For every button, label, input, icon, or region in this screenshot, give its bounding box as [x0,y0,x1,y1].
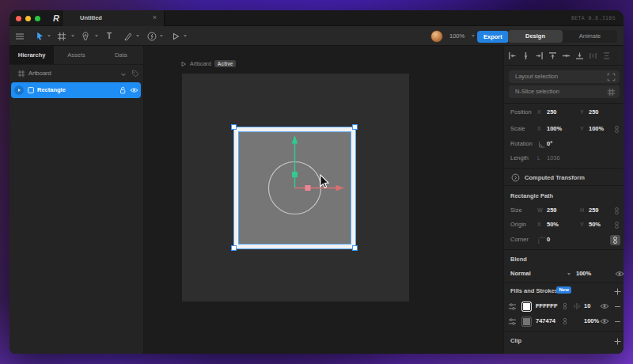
minimize-window-button[interactable] [25,16,31,21]
tab-animate[interactable]: Animate [563,30,617,43]
play-tool-caret-icon[interactable] [184,35,187,37]
artboard-name-label[interactable]: Artboard [190,61,211,66]
tree-item-label: Rectangle [37,82,66,98]
selection-handle-top-left[interactable] [231,124,237,130]
user-avatar[interactable] [430,30,443,43]
close-window-button[interactable] [16,16,21,21]
layout-selection-button[interactable]: Layout selection [509,70,620,83]
align-horizontal-center-icon[interactable] [521,51,530,60]
lock-icon[interactable] [119,86,127,94]
corner-input[interactable]: 0 [547,234,550,245]
add-fill-icon[interactable] [613,287,622,296]
file-tab[interactable]: Untitled × [62,10,165,26]
eye-icon[interactable] [600,303,609,309]
tab-assets[interactable]: Assets [54,46,98,64]
tab-data[interactable]: Data [99,46,143,64]
selected-rectangle-shape[interactable] [234,127,355,248]
align-right-icon[interactable] [535,51,544,60]
tree-item-artboard[interactable]: Artboard [9,65,143,82]
text-tool-icon[interactable]: T [107,26,112,46]
distribute-vertical-icon[interactable] [602,51,611,60]
titlebar: R Untitled × BETA 0.8.3105 [9,10,624,26]
mixer-icon[interactable] [508,302,517,311]
rotation-label: Rotation [510,138,533,150]
length-value: 1036 [547,153,560,164]
canvas-viewport[interactable]: Artboard Active [144,46,503,354]
h-axis-label: H [580,205,584,216]
fill-row[interactable]: 747474 100% [504,316,624,327]
align-vertical-center-icon[interactable] [562,51,570,60]
align-top-icon[interactable] [548,51,557,60]
align-left-icon[interactable] [508,51,517,60]
remove-fill-icon[interactable] [613,317,622,326]
select-tool-caret-icon[interactable] [47,35,51,37]
fills-strokes-header: Fills and Strokes New [504,286,624,297]
play-tool-icon[interactable] [171,32,180,41]
fill-color-swatch[interactable] [521,317,532,327]
zoom-level-control[interactable]: 100% [449,26,464,46]
link-icon[interactable] [561,302,569,310]
eye-icon[interactable] [600,318,609,324]
stroke-row[interactable]: FFFFFF 10 [504,301,624,312]
zoom-window-button[interactable] [35,16,40,21]
stroke-width-input[interactable]: 10 [584,301,590,312]
add-clip-icon[interactable] [613,337,622,346]
knife-tool-icon[interactable] [123,32,133,41]
y-axis-label: Y [580,107,584,118]
tree-item-rectangle-selected[interactable]: Rectangle [11,82,141,98]
stroke-color-swatch[interactable] [521,301,532,312]
artboard-header[interactable]: Artboard Active [180,59,236,68]
eye-icon[interactable] [615,271,624,277]
selection-handle-top-right[interactable] [352,124,358,130]
play-artboard-icon[interactable] [180,61,187,67]
export-button[interactable]: Export [477,31,509,43]
pen-tool-caret-icon[interactable] [95,35,98,37]
artboard-tool-caret-icon[interactable] [71,35,74,37]
events-tool-caret-icon[interactable] [160,35,163,37]
disclosure-icon[interactable] [14,85,24,95]
blend-opacity-input[interactable]: 100% [576,268,591,279]
size-w-input[interactable]: 259 [547,205,557,216]
fill-hex-value[interactable]: 747474 [536,316,555,327]
fill-opacity-input[interactable]: 100% [584,316,599,327]
select-tool-icon[interactable] [35,32,44,41]
blend-mode-dropdown[interactable]: Normal [510,268,531,279]
tab-design[interactable]: Design [508,30,563,43]
stroke-hex-value[interactable]: FFFFFF [536,301,558,312]
beta-version-label: BETA 0.8.3105 [571,10,616,26]
position-label: Position [510,107,532,118]
events-tool-icon[interactable] [147,32,157,41]
rotation-input[interactable]: 0° [547,138,552,150]
per-corner-toggle-button[interactable] [610,235,620,245]
link-icon[interactable] [561,317,569,325]
main-menu-icon[interactable] [15,32,25,41]
mixer-icon[interactable] [508,317,517,326]
artboard-tool-icon[interactable] [57,32,66,41]
remove-stroke-icon[interactable] [613,302,622,311]
constrain-link-icon[interactable] [612,207,621,215]
tab-hierarchy[interactable]: Hierarchy [9,46,54,64]
dropdown-caret-icon[interactable] [567,273,570,275]
origin-y-input[interactable]: 50% [589,219,601,230]
constrain-link-icon[interactable] [612,125,621,134]
zoom-caret-icon[interactable] [472,35,475,37]
distribute-horizontal-icon[interactable] [589,51,597,60]
selection-handle-bottom-left[interactable] [231,245,237,251]
origin-x-input[interactable]: 50% [547,219,559,230]
tag-icon[interactable] [131,70,139,78]
knife-tool-caret-icon[interactable] [136,35,139,37]
computed-transform-section[interactable]: Computed Transform [504,168,624,186]
align-bottom-icon[interactable] [575,51,584,60]
selection-handle-bottom-right[interactable] [352,245,358,251]
tab-close-icon[interactable]: × [153,10,157,25]
constrain-link-icon[interactable] [612,221,621,229]
position-y-input[interactable]: 250 [589,107,599,118]
scale-y-input[interactable]: 100% [589,123,604,135]
position-x-input[interactable]: 250 [547,107,557,118]
eye-icon[interactable] [130,87,138,95]
size-h-input[interactable]: 259 [589,205,599,216]
chevron-down-icon[interactable] [120,71,128,79]
pen-tool-icon[interactable] [81,32,90,41]
nslice-selection-button[interactable]: N-Slice selection [509,85,620,98]
scale-x-input[interactable]: 100% [547,123,562,135]
